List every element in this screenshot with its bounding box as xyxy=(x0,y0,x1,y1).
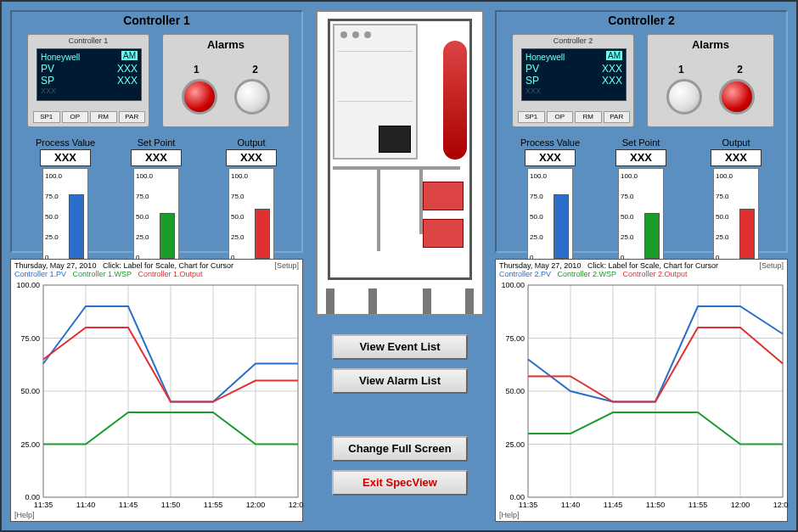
device-mode-button[interactable]: SP1 xyxy=(518,111,545,123)
alarm-led-1[interactable] xyxy=(666,79,702,115)
gauge-tick: 50.0 xyxy=(231,213,244,221)
gauge-value[interactable]: XXX xyxy=(615,149,666,166)
alarms-title: Alarms xyxy=(648,35,773,51)
device-faceplate[interactable]: Controller 1HoneywellAMPVXXXSPXXXXXXSP1O… xyxy=(27,34,149,127)
gauge-label: Process Value xyxy=(36,137,95,148)
center-column: View Event List View Alarm List Change F… xyxy=(316,10,484,496)
svg-text:50.00: 50.00 xyxy=(20,387,40,395)
trend-chart-1[interactable]: Thursday, May 27, 2010 Click: Label for … xyxy=(10,259,303,522)
device-mode-button[interactable]: RM xyxy=(90,111,117,123)
device-mode-button[interactable]: OP xyxy=(547,111,574,123)
exit-specview-button[interactable]: Exit SpecView xyxy=(332,470,468,496)
gauge-tick: 100.0 xyxy=(621,172,638,180)
svg-text:11:50: 11:50 xyxy=(161,501,181,509)
alarm-led-2[interactable] xyxy=(719,79,755,115)
pv-label: PV xyxy=(41,63,54,75)
device-screen: HoneywellAMPVXXXSPXXXXXX xyxy=(521,48,627,101)
device-mode-button[interactable]: RM xyxy=(575,111,602,123)
gauge-value[interactable]: XXX xyxy=(131,149,182,166)
alarms-title: Alarms xyxy=(163,35,289,51)
svg-text:75.00: 75.00 xyxy=(505,334,525,343)
alarm-led-2[interactable] xyxy=(234,79,270,115)
device-brand: Honeywell xyxy=(525,53,565,62)
legend-series-3[interactable]: Controller 2.Output xyxy=(622,270,687,278)
svg-text:12:00: 12:00 xyxy=(246,501,266,509)
gauge-tick: 100.0 xyxy=(716,172,733,180)
gauge-group: Process ValueXXX100.075.050.025.00 xyxy=(520,137,580,261)
gauge-fill xyxy=(69,194,84,259)
gauge-tick: 25.0 xyxy=(136,233,149,241)
gauge-tick: 75.0 xyxy=(530,193,543,200)
gauge-tick: 75.0 xyxy=(45,193,59,200)
change-full-screen-button[interactable]: Change Full Screen xyxy=(332,436,468,462)
machine-illustration xyxy=(316,10,484,316)
gauge-tick: 50.0 xyxy=(136,213,149,221)
gauge-group: Set PointXXX100.075.050.025.00 xyxy=(615,137,666,261)
legend-series-3[interactable]: Controller 1.Output xyxy=(138,270,202,278)
gauge-bar: 100.075.050.025.00 xyxy=(713,168,759,261)
sp-label: SP xyxy=(41,75,54,87)
gauge-tick: 50.0 xyxy=(716,213,729,221)
device-sublabel: Controller 1 xyxy=(28,35,149,45)
alarm-number: 2 xyxy=(252,64,258,76)
trend-setup-link[interactable]: [Setup] xyxy=(274,261,299,270)
alarm-number: 2 xyxy=(737,64,743,76)
gauge-fill xyxy=(255,209,270,259)
trend-chart-2[interactable]: Thursday, May 27, 2010 Click: Label for … xyxy=(495,259,788,522)
gauge-value[interactable]: XXX xyxy=(226,149,277,166)
gauge-tick: 25.0 xyxy=(45,233,59,241)
legend-series-2[interactable]: Controller 1.WSP xyxy=(73,270,132,278)
gauge-bar: 100.075.050.025.00 xyxy=(133,168,179,261)
screen-footer: XXX xyxy=(41,87,138,95)
view-event-list-button[interactable]: View Event List xyxy=(332,334,468,360)
device-mode-button[interactable]: SP1 xyxy=(33,111,60,123)
gauge-label: Process Value xyxy=(520,137,580,148)
pv-label: PV xyxy=(525,63,539,75)
controller-title: Controller 2 xyxy=(497,12,786,27)
gauge-group: OutputXXX100.075.050.025.00 xyxy=(711,137,761,261)
pv-value: XXX xyxy=(602,63,622,75)
gauge-tick: 75.0 xyxy=(136,193,149,200)
sp-value: XXX xyxy=(602,75,622,87)
trend-legend: Controller 1.PV Controller 1.WSP Control… xyxy=(11,270,302,280)
svg-text:25.00: 25.00 xyxy=(20,440,40,449)
gauge-label: Output xyxy=(226,137,277,148)
gauge-value[interactable]: XXX xyxy=(40,149,91,166)
svg-text:12:05: 12:05 xyxy=(289,501,304,509)
trend-hint: Click: Label for Scale, Chart for Cursor xyxy=(103,261,233,270)
trend-setup-link[interactable]: [Setup] xyxy=(759,261,784,270)
gauge-tick: 100.0 xyxy=(530,172,547,180)
gauge-label: Output xyxy=(711,137,761,148)
gauge-tick: 50.0 xyxy=(621,213,634,221)
gauge-fill xyxy=(739,209,755,259)
gauge-label: Set Point xyxy=(615,137,666,148)
gauge-value[interactable]: XXX xyxy=(525,149,576,166)
svg-text:11:40: 11:40 xyxy=(561,501,581,509)
gauge-tick: 25.0 xyxy=(231,233,244,241)
gauge-tick: 100.0 xyxy=(136,172,153,180)
gauge-value[interactable]: XXX xyxy=(711,149,761,166)
controller-title: Controller 1 xyxy=(12,12,301,27)
legend-series-1[interactable]: Controller 1.PV xyxy=(14,270,66,278)
trend-date: Thursday, May 27, 2010 xyxy=(499,261,581,270)
device-mode-button[interactable]: PAR xyxy=(604,111,631,123)
gauge-bar: 100.075.050.025.00 xyxy=(228,168,274,261)
device-mode-button[interactable]: OP xyxy=(62,111,89,123)
view-alarm-list-button[interactable]: View Alarm List xyxy=(332,368,468,394)
svg-text:25.00: 25.00 xyxy=(505,440,525,449)
trend-hint: Click: Label for Scale, Chart for Cursor xyxy=(587,261,718,270)
legend-series-2[interactable]: Controller 2.WSP xyxy=(558,270,616,278)
gauge-tick: 50.0 xyxy=(530,213,543,221)
device-button-row: SP1OPRMPAR xyxy=(518,111,630,123)
gauge-group: Set PointXXX100.075.050.025.00 xyxy=(131,137,182,261)
device-faceplate[interactable]: Controller 2HoneywellAMPVXXXSPXXXXXXSP1O… xyxy=(512,34,634,127)
gauge-group: OutputXXX100.075.050.025.00 xyxy=(226,137,277,261)
gauge-label: Set Point xyxy=(131,137,182,148)
svg-text:11:50: 11:50 xyxy=(646,501,666,509)
gauge-fill xyxy=(160,213,175,259)
device-screen: HoneywellAMPVXXXSPXXXXXX xyxy=(37,48,142,101)
alarms-panel: Alarms12 xyxy=(647,34,774,127)
legend-series-1[interactable]: Controller 2.PV xyxy=(499,270,551,278)
alarm-led-1[interactable] xyxy=(182,79,217,115)
device-mode-button[interactable]: PAR xyxy=(119,111,146,123)
